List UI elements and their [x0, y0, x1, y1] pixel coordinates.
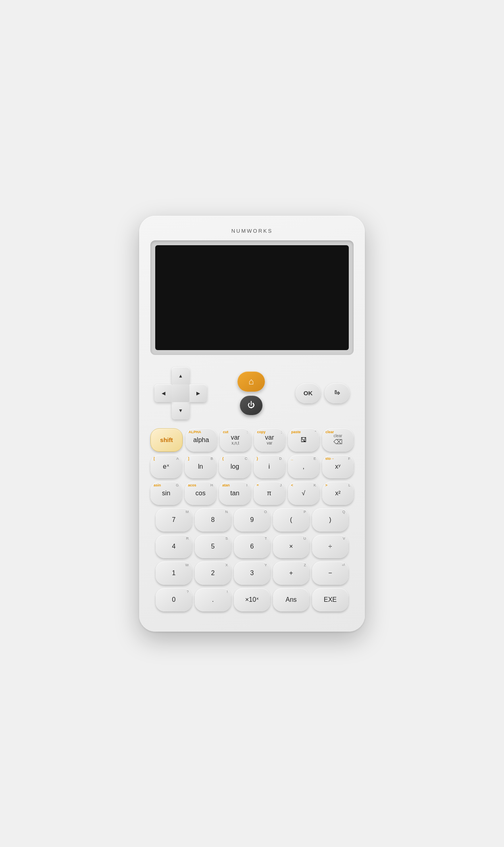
dpad-center	[172, 384, 190, 402]
plus-key[interactable]: Z+	[273, 561, 309, 585]
minus-key[interactable]: ⏎−	[312, 561, 348, 585]
three-key-label: 3	[250, 570, 254, 576]
lparen-key[interactable]: P(	[273, 508, 309, 532]
paste-icon: 🖫	[300, 436, 307, 444]
rparen-key-top-right: Q	[342, 510, 345, 514]
ln-key-top-right: B	[210, 457, 213, 461]
six-key[interactable]: T6	[234, 535, 270, 558]
dot-key-top-right: !	[227, 590, 228, 594]
key-row-2: asinGsinacosHcosatanItan=Jπ<K√>Lx²	[150, 482, 354, 505]
exe-key[interactable]: EXE	[312, 588, 348, 611]
ln-key[interactable]: ]Bln	[185, 455, 216, 478]
tan-key-label: tan	[230, 490, 239, 497]
sin-key[interactable]: asinGsin	[150, 482, 182, 505]
six-key-top-right: T	[265, 537, 267, 540]
xpow-key-label: xʸ	[335, 463, 341, 470]
sin-key-top-left: asin	[154, 484, 161, 487]
clear-key-top-left: clear	[325, 430, 334, 434]
divide-key-label: ÷	[329, 543, 332, 550]
eight-key-top-right: N	[225, 510, 228, 514]
ans-key[interactable]: Ans	[273, 588, 309, 611]
key-row-6: ?0!.×10ˣAnsEXE	[150, 588, 354, 611]
ex-key[interactable]: [Aeˣ	[150, 455, 182, 478]
comma-key-top-right: E	[314, 457, 316, 461]
i-key[interactable]: }Di	[254, 455, 285, 478]
keyboard: shiftALPHAalphacut:varx,n,tcopy;varvarpa…	[150, 428, 354, 611]
alpha-key-top-left: ALPHA	[189, 430, 201, 434]
home-button[interactable]	[237, 371, 265, 392]
seven-key-label: 7	[172, 517, 176, 523]
alpha-key[interactable]: ALPHAalpha	[185, 428, 217, 452]
times-key-label: ×	[289, 543, 293, 550]
cos-key[interactable]: acosHcos	[185, 482, 216, 505]
pi-key-top-right: J	[280, 484, 282, 487]
ex-key-top-right: A	[176, 457, 179, 461]
cos-key-top-right: H	[210, 484, 213, 487]
copy-var-key-sub: var	[267, 441, 272, 445]
backspace-icon	[333, 438, 343, 446]
home-icon	[248, 376, 254, 387]
nine-key[interactable]: O9	[234, 508, 270, 532]
tan-key[interactable]: atanItan	[219, 482, 250, 505]
paste-key[interactable]: paste"🖫	[288, 428, 319, 452]
i-key-top-right: D	[279, 457, 282, 461]
alpha-key-label: alpha	[193, 437, 209, 443]
sqrt-key[interactable]: <K√	[288, 482, 319, 505]
key-row-3: M7N8O9P(Q)	[150, 508, 354, 532]
one-key[interactable]: W1	[156, 561, 192, 585]
cut-var-key-top-right: :	[247, 430, 248, 434]
times-key[interactable]: U×	[273, 535, 309, 558]
sin-key-top-right: G	[176, 484, 179, 487]
cut-var-key[interactable]: cut:varx,n,t	[220, 428, 251, 452]
key-row-1: [Aeˣ]Bln{Clog}Di_E,sto→Fxʸ	[150, 455, 354, 478]
seven-key[interactable]: M7	[156, 508, 192, 532]
clear-key[interactable]: clearclear	[322, 428, 354, 452]
shift-key[interactable]: shift	[150, 428, 183, 452]
cos-key-label: cos	[196, 490, 206, 497]
dpad-left-button[interactable]	[154, 384, 172, 402]
copy-var-key-label: var	[265, 434, 274, 441]
ok-back-row: OK	[296, 383, 350, 403]
three-key[interactable]: Y3	[234, 561, 270, 585]
plus-key-top-right: Z	[304, 563, 306, 567]
minus-key-label: −	[328, 570, 332, 576]
cut-var-key-sub: x,n,t	[231, 441, 239, 445]
eight-key[interactable]: N8	[195, 508, 231, 532]
pi-key[interactable]: =Jπ	[254, 482, 285, 505]
five-key[interactable]: S5	[195, 535, 231, 558]
four-key[interactable]: R4	[156, 535, 192, 558]
log-key-label: log	[231, 463, 239, 470]
ex-key-label: eˣ	[163, 463, 169, 470]
dpad	[154, 367, 207, 419]
divide-key[interactable]: V÷	[312, 535, 348, 558]
xsq-key[interactable]: >Lx²	[322, 482, 354, 505]
times-key-top-right: U	[304, 537, 306, 540]
pi-key-label: π	[267, 490, 271, 497]
seven-key-top-right: M	[186, 510, 189, 514]
log-key[interactable]: {Clog	[219, 455, 250, 478]
comma-key[interactable]: _E,	[288, 455, 319, 478]
two-key[interactable]: X2	[195, 561, 231, 585]
dot-key[interactable]: !.	[195, 588, 231, 611]
dpad-down-button[interactable]	[172, 402, 190, 419]
power-button[interactable]	[240, 396, 262, 415]
dpad-right-button[interactable]	[189, 384, 207, 402]
two-key-label: 2	[211, 570, 215, 576]
sci-key-label: ×10ˣ	[245, 597, 259, 603]
back-button[interactable]	[325, 383, 350, 403]
four-key-label: 4	[172, 543, 176, 550]
dpad-up-button[interactable]	[172, 367, 190, 385]
ok-button[interactable]: OK	[296, 383, 321, 403]
rparen-key[interactable]: Q)	[312, 508, 348, 532]
tan-key-top-left: atan	[222, 484, 230, 487]
back-icon	[335, 389, 340, 397]
paste-key-top-left: paste	[291, 430, 301, 434]
copy-var-key[interactable]: copy;varvar	[254, 428, 285, 452]
sci-key[interactable]: ×10ˣ	[234, 588, 270, 611]
eight-key-label: 8	[211, 517, 215, 523]
five-key-top-right: S	[225, 537, 228, 540]
xpow-key[interactable]: sto→Fxʸ	[322, 455, 354, 478]
copy-var-key-top-left: copy	[257, 430, 266, 434]
zero-key[interactable]: ?0	[156, 588, 192, 611]
rparen-key-label: )	[329, 517, 331, 523]
